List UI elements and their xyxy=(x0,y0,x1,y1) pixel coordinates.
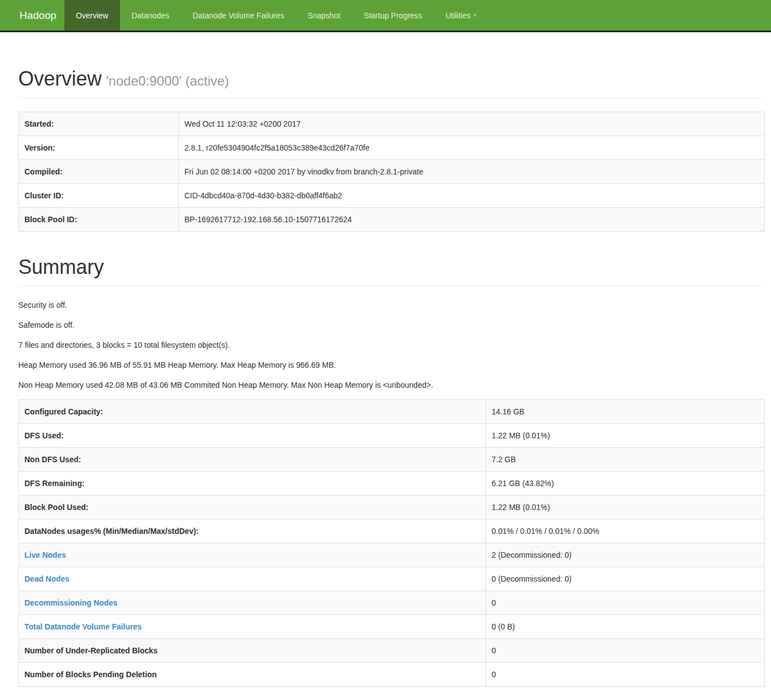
info-row-value: 2.8.1, r20fe5304904fc2f5a18053c389e43cd2… xyxy=(179,136,765,159)
navbar: Hadoop OverviewDatanodesDatanode Volume … xyxy=(0,0,771,32)
summary-row-label: Decommissioning Nodes xyxy=(19,591,486,615)
summary-row: Decommissioning Nodes0 xyxy=(19,591,765,615)
summary-row: DataNodes usages% (Min/Median/Max/stdDev… xyxy=(19,519,765,543)
nav-item-snapshot[interactable]: Snapshot xyxy=(296,0,352,31)
summary-row-label: Configured Capacity: xyxy=(19,400,486,424)
nav-item-label: Startup Progress xyxy=(364,11,422,20)
nav-item-label: Datanodes xyxy=(132,11,169,20)
summary-row-link[interactable]: Dead Nodes xyxy=(24,574,69,583)
summary-paragraph: Security is off. xyxy=(18,299,765,311)
summary-row-label: Dead Nodes xyxy=(19,567,486,591)
summary-row-label: Block Pool Used: xyxy=(19,496,486,519)
info-row-label: Version: xyxy=(19,136,179,159)
overview-info-table: Started:Wed Oct 11 12:03:32 +0200 2017Ve… xyxy=(18,112,765,232)
summary-row-link[interactable]: Live Nodes xyxy=(24,551,66,559)
summary-header: Summary xyxy=(18,254,765,287)
summary-row: Total Datanode Volume Failures0 (0 B) xyxy=(19,615,765,639)
summary-row-value: 0 (0 B) xyxy=(486,615,765,639)
info-row-value: Fri Jun 02 08:14:00 +0200 2017 by vinodk… xyxy=(179,159,765,183)
summary-row: Block Pool Used:1.22 MB (0.01%) xyxy=(19,496,765,519)
summary-row: Live Nodes2 (Decommissioned: 0) xyxy=(19,543,765,567)
summary-row: Non DFS Used:7.2 GB xyxy=(19,448,765,472)
page-title: Overview xyxy=(18,67,102,90)
info-row-value: BP-1692617712-192.168.56.10-150771617262… xyxy=(179,207,765,231)
info-row-value: CID-4dbcd40a-870d-4d30-b382-db0aff4f6ab2 xyxy=(179,183,765,207)
summary-paragraph: Safemode is off. xyxy=(18,319,765,331)
summary-row: Number of Blocks Pending Deletion0 xyxy=(19,663,765,687)
summary-paragraph: Non Heap Memory used 42.08 MB of 43.06 M… xyxy=(18,379,765,391)
summary-title: Summary xyxy=(18,254,765,281)
nav-item-datanodes[interactable]: Datanodes xyxy=(120,0,181,31)
info-row-label: Compiled: xyxy=(19,159,179,183)
nav-item-datanode-volume-failures[interactable]: Datanode Volume Failures xyxy=(181,0,296,31)
info-row-value: Wed Oct 11 12:03:32 +0200 2017 xyxy=(179,112,765,136)
page-content: Overview'node0:9000' (active) Started:We… xyxy=(18,66,765,687)
summary-row-label: Number of Blocks Pending Deletion xyxy=(19,663,486,687)
summary-row-value: 1.22 MB (0.01%) xyxy=(486,496,765,519)
info-row: Version:2.8.1, r20fe5304904fc2f5a18053c3… xyxy=(19,136,765,159)
summary-row-link[interactable]: Decommissioning Nodes xyxy=(24,598,117,607)
caret-down-icon: ▾ xyxy=(473,12,477,19)
summary-row-value: 0.01% / 0.01% / 0.01% / 0.00% xyxy=(486,519,765,543)
summary-row-label: DataNodes usages% (Min/Median/Max/stdDev… xyxy=(19,519,486,543)
summary-row-label: Live Nodes xyxy=(19,543,486,567)
info-row-label: Started: xyxy=(19,112,179,136)
summary-row-value: 7.2 GB xyxy=(486,448,765,472)
nav-item-label: Utilities xyxy=(445,11,470,20)
overview-header: Overview'node0:9000' (active) xyxy=(18,66,765,98)
summary-row-label: DFS Used: xyxy=(19,424,486,448)
info-row-label: Cluster ID: xyxy=(19,183,179,207)
summary-row-label: Number of Under-Replicated Blocks xyxy=(19,639,486,663)
app-brand[interactable]: Hadoop xyxy=(0,0,64,31)
summary-table: Configured Capacity:14.16 GBDFS Used:1.2… xyxy=(18,399,765,687)
summary-paragraph: 7 files and directories, 3 blocks = 10 t… xyxy=(18,339,765,351)
nav-item-startup-progress[interactable]: Startup Progress xyxy=(352,0,434,31)
summary-row: Number of Under-Replicated Blocks0 xyxy=(19,639,765,663)
summary-row-value: 2 (Decommissioned: 0) xyxy=(486,543,765,567)
summary-row-value: 0 xyxy=(486,591,765,615)
nav-item-overview[interactable]: Overview xyxy=(64,0,120,31)
navbar-menu: OverviewDatanodesDatanode Volume Failure… xyxy=(64,0,488,31)
summary-row: Configured Capacity:14.16 GB xyxy=(19,400,765,424)
summary-row-label: Total Datanode Volume Failures xyxy=(19,615,486,639)
summary-row: DFS Remaining:6.21 GB (43.82%) xyxy=(19,472,765,496)
summary-paragraph: Heap Memory used 36.96 MB of 55.91 MB He… xyxy=(18,359,765,371)
nav-item-label: Overview xyxy=(76,11,108,20)
summary-text: Security is off.Safemode is off.7 files … xyxy=(18,299,765,391)
summary-row-value: 1.22 MB (0.01%) xyxy=(486,424,765,448)
summary-row-value: 0 xyxy=(486,663,765,687)
nav-item-utilities[interactable]: Utilities▾ xyxy=(434,0,488,31)
summary-row-label: DFS Remaining: xyxy=(19,472,486,496)
info-row: Block Pool ID:BP-1692617712-192.168.56.1… xyxy=(19,207,765,231)
summary-row-label: Non DFS Used: xyxy=(19,448,486,472)
summary-row-link[interactable]: Total Datanode Volume Failures xyxy=(24,622,142,631)
summary-row-value: 0 (Decommissioned: 0) xyxy=(486,567,765,591)
nav-item-label: Snapshot xyxy=(308,11,341,20)
info-row-label: Block Pool ID: xyxy=(19,207,179,231)
summary-row-value: 14.16 GB xyxy=(486,400,765,424)
info-row: Started:Wed Oct 11 12:03:32 +0200 2017 xyxy=(19,112,765,136)
info-row: Cluster ID:CID-4dbcd40a-870d-4d30-b382-d… xyxy=(19,183,765,207)
summary-row: DFS Used:1.22 MB (0.01%) xyxy=(19,424,765,448)
summary-row: Dead Nodes0 (Decommissioned: 0) xyxy=(19,567,765,591)
summary-row-value: 6.21 GB (43.82%) xyxy=(486,472,765,496)
page-subtitle: 'node0:9000' (active) xyxy=(106,73,229,88)
nav-item-label: Datanode Volume Failures xyxy=(193,11,284,20)
summary-row-value: 0 xyxy=(486,639,765,663)
info-row: Compiled:Fri Jun 02 08:14:00 +0200 2017 … xyxy=(19,159,765,183)
